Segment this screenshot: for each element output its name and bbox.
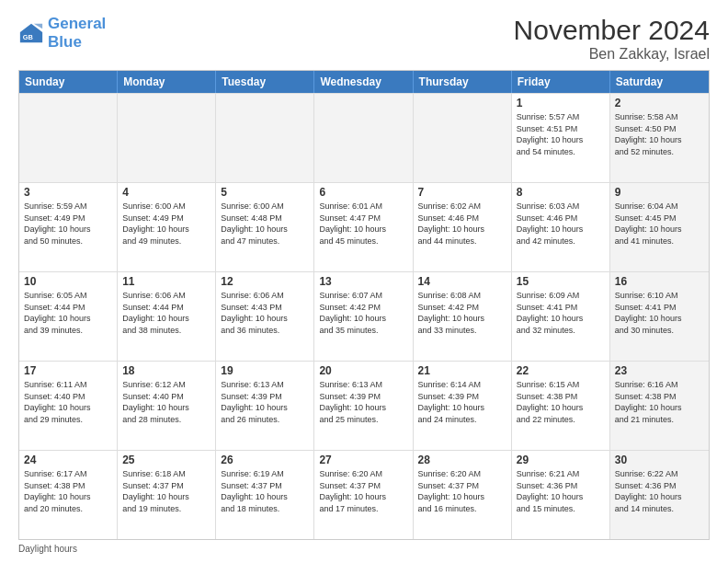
day-number: 10 <box>24 275 112 288</box>
day-cell-6: 6Sunrise: 6:01 AM Sunset: 4:47 PM Daylig… <box>314 183 413 271</box>
day-number: 14 <box>418 275 506 288</box>
day-number: 22 <box>517 364 605 377</box>
day-cell-19: 19Sunrise: 6:13 AM Sunset: 4:39 PM Dayli… <box>216 362 314 450</box>
empty-cell <box>19 94 118 182</box>
day-number: 27 <box>319 454 407 466</box>
day-cell-17: 17Sunrise: 6:11 AM Sunset: 4:40 PM Dayli… <box>19 362 118 450</box>
day-number: 19 <box>221 364 309 377</box>
day-cell-9: 9Sunrise: 6:04 AM Sunset: 4:45 PM Daylig… <box>610 183 709 271</box>
day-header-saturday: Saturday <box>610 71 709 93</box>
empty-cell <box>216 94 314 182</box>
day-info: Sunrise: 6:17 AM Sunset: 4:38 PM Dayligh… <box>24 468 112 514</box>
day-number: 6 <box>319 186 407 199</box>
title-block: November 2024 Ben Zakkay, Israel <box>514 15 710 63</box>
day-cell-2: 2Sunrise: 5:58 AM Sunset: 4:50 PM Daylig… <box>610 94 709 182</box>
day-info: Sunrise: 6:00 AM Sunset: 4:49 PM Dayligh… <box>122 201 210 247</box>
day-info: Sunrise: 5:57 AM Sunset: 4:51 PM Dayligh… <box>517 111 605 157</box>
day-number: 8 <box>517 186 605 199</box>
day-cell-16: 16Sunrise: 6:10 AM Sunset: 4:41 PM Dayli… <box>610 272 709 361</box>
header: GB General Blue November 2024 Ben Zakkay… <box>18 15 710 63</box>
day-cell-22: 22Sunrise: 6:15 AM Sunset: 4:38 PM Dayli… <box>512 362 610 450</box>
calendar: SundayMondayTuesdayWednesdayThursdayFrid… <box>18 70 710 540</box>
day-info: Sunrise: 6:05 AM Sunset: 4:44 PM Dayligh… <box>24 290 112 336</box>
page: GB General Blue November 2024 Ben Zakkay… <box>0 0 728 563</box>
day-number: 17 <box>24 364 112 377</box>
day-cell-28: 28Sunrise: 6:20 AM Sunset: 4:37 PM Dayli… <box>414 451 512 539</box>
day-cell-24: 24Sunrise: 6:17 AM Sunset: 4:38 PM Dayli… <box>19 451 118 539</box>
month-title: November 2024 <box>514 15 710 46</box>
day-number: 12 <box>221 275 309 288</box>
logo: GB General Blue <box>18 15 106 51</box>
day-number: 20 <box>319 364 407 377</box>
day-number: 21 <box>418 364 506 377</box>
day-info: Sunrise: 6:03 AM Sunset: 4:46 PM Dayligh… <box>517 201 605 247</box>
day-number: 15 <box>517 275 605 288</box>
footer-label: Daylight hours <box>18 544 77 554</box>
day-cell-23: 23Sunrise: 6:16 AM Sunset: 4:38 PM Dayli… <box>610 362 709 450</box>
calendar-row-4: 17Sunrise: 6:11 AM Sunset: 4:40 PM Dayli… <box>19 361 709 450</box>
day-cell-14: 14Sunrise: 6:08 AM Sunset: 4:42 PM Dayli… <box>414 272 512 361</box>
day-cell-12: 12Sunrise: 6:06 AM Sunset: 4:43 PM Dayli… <box>216 272 314 361</box>
day-info: Sunrise: 6:20 AM Sunset: 4:37 PM Dayligh… <box>319 468 407 514</box>
day-info: Sunrise: 6:20 AM Sunset: 4:37 PM Dayligh… <box>418 468 506 514</box>
day-info: Sunrise: 6:02 AM Sunset: 4:46 PM Dayligh… <box>418 201 506 247</box>
day-number: 3 <box>24 186 112 199</box>
day-number: 2 <box>615 97 704 109</box>
calendar-row-5: 24Sunrise: 6:17 AM Sunset: 4:38 PM Dayli… <box>19 450 709 539</box>
day-info: Sunrise: 6:06 AM Sunset: 4:44 PM Dayligh… <box>122 290 210 336</box>
day-info: Sunrise: 6:13 AM Sunset: 4:39 PM Dayligh… <box>221 379 309 425</box>
calendar-body: 1Sunrise: 5:57 AM Sunset: 4:51 PM Daylig… <box>19 93 709 539</box>
day-number: 13 <box>319 275 407 288</box>
day-number: 28 <box>418 454 506 466</box>
day-number: 18 <box>122 364 210 377</box>
day-cell-11: 11Sunrise: 6:06 AM Sunset: 4:44 PM Dayli… <box>118 272 216 361</box>
day-cell-25: 25Sunrise: 6:18 AM Sunset: 4:37 PM Dayli… <box>118 451 216 539</box>
empty-cell <box>414 94 512 182</box>
day-info: Sunrise: 6:21 AM Sunset: 4:36 PM Dayligh… <box>517 468 605 514</box>
day-info: Sunrise: 6:13 AM Sunset: 4:39 PM Dayligh… <box>319 379 407 425</box>
day-header-monday: Monday <box>118 71 216 93</box>
day-cell-10: 10Sunrise: 6:05 AM Sunset: 4:44 PM Dayli… <box>19 272 118 361</box>
day-cell-4: 4Sunrise: 6:00 AM Sunset: 4:49 PM Daylig… <box>118 183 216 271</box>
day-info: Sunrise: 6:19 AM Sunset: 4:37 PM Dayligh… <box>221 468 309 514</box>
day-info: Sunrise: 6:22 AM Sunset: 4:36 PM Dayligh… <box>615 468 704 514</box>
svg-text:GB: GB <box>23 32 34 40</box>
day-cell-3: 3Sunrise: 5:59 AM Sunset: 4:49 PM Daylig… <box>19 183 118 271</box>
day-info: Sunrise: 6:07 AM Sunset: 4:42 PM Dayligh… <box>319 290 407 336</box>
day-header-tuesday: Tuesday <box>216 71 314 93</box>
day-number: 1 <box>517 97 605 109</box>
day-number: 11 <box>122 275 210 288</box>
calendar-row-3: 10Sunrise: 6:05 AM Sunset: 4:44 PM Dayli… <box>19 271 709 361</box>
calendar-row-1: 1Sunrise: 5:57 AM Sunset: 4:51 PM Daylig… <box>19 93 709 182</box>
day-number: 29 <box>517 454 605 466</box>
footer: Daylight hours <box>18 544 710 554</box>
day-header-thursday: Thursday <box>414 71 512 93</box>
day-info: Sunrise: 6:18 AM Sunset: 4:37 PM Dayligh… <box>122 468 210 514</box>
day-cell-20: 20Sunrise: 6:13 AM Sunset: 4:39 PM Dayli… <box>314 362 413 450</box>
day-cell-13: 13Sunrise: 6:07 AM Sunset: 4:42 PM Dayli… <box>314 272 413 361</box>
day-info: Sunrise: 6:00 AM Sunset: 4:48 PM Dayligh… <box>221 201 309 247</box>
day-info: Sunrise: 6:12 AM Sunset: 4:40 PM Dayligh… <box>122 379 210 425</box>
day-number: 9 <box>615 186 704 199</box>
day-header-friday: Friday <box>512 71 610 93</box>
logo-icon: GB <box>18 20 44 46</box>
day-cell-1: 1Sunrise: 5:57 AM Sunset: 4:51 PM Daylig… <box>512 94 610 182</box>
day-info: Sunrise: 6:01 AM Sunset: 4:47 PM Dayligh… <box>319 201 407 247</box>
calendar-header: SundayMondayTuesdayWednesdayThursdayFrid… <box>19 71 709 93</box>
logo-text: General Blue <box>48 15 106 51</box>
day-info: Sunrise: 6:11 AM Sunset: 4:40 PM Dayligh… <box>24 379 112 425</box>
day-cell-30: 30Sunrise: 6:22 AM Sunset: 4:36 PM Dayli… <box>610 451 709 539</box>
day-info: Sunrise: 6:10 AM Sunset: 4:41 PM Dayligh… <box>615 290 704 336</box>
calendar-row-2: 3Sunrise: 5:59 AM Sunset: 4:49 PM Daylig… <box>19 182 709 271</box>
day-info: Sunrise: 6:15 AM Sunset: 4:38 PM Dayligh… <box>517 379 605 425</box>
empty-cell <box>314 94 413 182</box>
day-cell-27: 27Sunrise: 6:20 AM Sunset: 4:37 PM Dayli… <box>314 451 413 539</box>
day-cell-29: 29Sunrise: 6:21 AM Sunset: 4:36 PM Dayli… <box>512 451 610 539</box>
day-cell-21: 21Sunrise: 6:14 AM Sunset: 4:39 PM Dayli… <box>414 362 512 450</box>
day-number: 16 <box>615 275 704 288</box>
day-number: 26 <box>221 454 309 466</box>
day-info: Sunrise: 5:59 AM Sunset: 4:49 PM Dayligh… <box>24 201 112 247</box>
day-cell-8: 8Sunrise: 6:03 AM Sunset: 4:46 PM Daylig… <box>512 183 610 271</box>
day-info: Sunrise: 5:58 AM Sunset: 4:50 PM Dayligh… <box>615 111 704 157</box>
day-cell-26: 26Sunrise: 6:19 AM Sunset: 4:37 PM Dayli… <box>216 451 314 539</box>
